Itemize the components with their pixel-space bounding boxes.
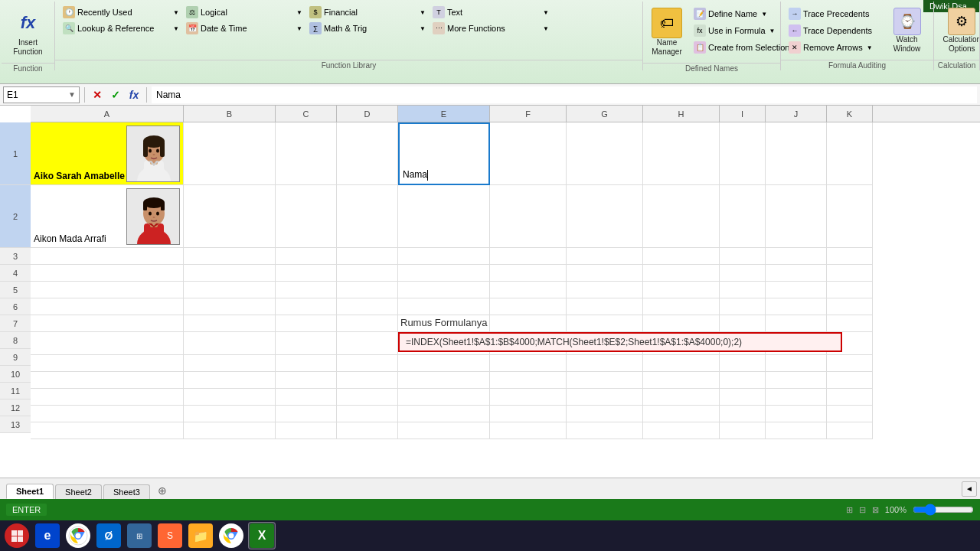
row-num-13[interactable]: 13 bbox=[0, 416, 31, 433]
cell-e1[interactable]: Nama bbox=[398, 122, 490, 185]
formula-input[interactable] bbox=[152, 86, 977, 103]
cell-c1[interactable] bbox=[276, 122, 337, 185]
cell-a6[interactable] bbox=[31, 298, 184, 315]
outlook-taskbar-button[interactable]: Ø bbox=[95, 522, 122, 549]
cell-j5[interactable] bbox=[766, 282, 827, 298]
cell-b5[interactable] bbox=[184, 282, 276, 298]
cell-f1[interactable] bbox=[490, 122, 567, 185]
col-header-i[interactable]: I bbox=[720, 106, 766, 122]
cell-d12[interactable] bbox=[337, 406, 398, 422]
zoom-slider[interactable] bbox=[913, 504, 974, 516]
cell-c8[interactable] bbox=[276, 332, 337, 355]
watch-window-button[interactable]: ⌚ Watch Window bbox=[888, 5, 926, 57]
cell-c13[interactable] bbox=[276, 422, 337, 439]
cell-f11[interactable] bbox=[490, 389, 567, 406]
cell-e9[interactable] bbox=[398, 355, 490, 372]
col-header-b[interactable]: B bbox=[184, 106, 276, 122]
chrome2-taskbar-button[interactable] bbox=[217, 522, 245, 549]
cell-e2[interactable] bbox=[398, 185, 490, 248]
chrome-taskbar-button[interactable] bbox=[64, 522, 92, 549]
cell-i10[interactable] bbox=[720, 372, 766, 389]
cell-k2[interactable] bbox=[827, 185, 873, 248]
cell-d6[interactable] bbox=[337, 298, 398, 315]
cell-g2[interactable] bbox=[567, 185, 643, 248]
col-header-j[interactable]: J bbox=[766, 106, 827, 122]
row-num-4[interactable]: 4 bbox=[0, 265, 31, 282]
cell-c12[interactable] bbox=[276, 406, 337, 422]
cell-e5[interactable] bbox=[398, 282, 490, 298]
sheet-tab-sheet1[interactable]: Sheet1 bbox=[6, 484, 54, 499]
cell-i7[interactable] bbox=[720, 315, 766, 332]
cell-e12[interactable] bbox=[398, 406, 490, 422]
cell-e3[interactable] bbox=[398, 248, 490, 265]
cell-d11[interactable] bbox=[337, 389, 398, 406]
row-num-12[interactable]: 12 bbox=[0, 399, 31, 416]
cell-c4[interactable] bbox=[276, 265, 337, 282]
cell-g13[interactable] bbox=[567, 422, 643, 439]
cell-b3[interactable] bbox=[184, 248, 276, 265]
col-header-g[interactable]: G bbox=[567, 106, 643, 122]
name-manager-button[interactable]: 🏷 Name Manager bbox=[648, 5, 686, 60]
col-header-h[interactable]: H bbox=[643, 106, 720, 122]
row-num-5[interactable]: 5 bbox=[0, 282, 31, 298]
col-header-f[interactable]: F bbox=[490, 106, 567, 122]
cell-i12[interactable] bbox=[720, 406, 766, 422]
cell-i1[interactable] bbox=[720, 122, 766, 185]
cell-a11[interactable] bbox=[31, 389, 184, 406]
cell-j10[interactable] bbox=[766, 372, 827, 389]
view-layout-icon[interactable]: ⊟ bbox=[859, 505, 866, 515]
row-num-7[interactable]: 7 bbox=[0, 315, 31, 332]
cell-c10[interactable] bbox=[276, 372, 337, 389]
row-num-1[interactable]: 1 bbox=[0, 122, 31, 185]
col-header-k[interactable]: K bbox=[827, 106, 873, 122]
slideshare-taskbar-button[interactable]: S bbox=[156, 522, 184, 549]
sheet-tab-sheet2[interactable]: Sheet2 bbox=[55, 484, 102, 499]
cell-b11[interactable] bbox=[184, 389, 276, 406]
tab-nav-left-arrow[interactable]: ◄ bbox=[962, 481, 977, 497]
cell-h5[interactable] bbox=[643, 282, 720, 298]
math-trig-button[interactable]: ∑ Math & Trig ▼ bbox=[306, 21, 429, 36]
cancel-button[interactable]: ✕ bbox=[90, 87, 105, 103]
insert-function-button[interactable]: fx Insert Function bbox=[8, 5, 48, 60]
cell-h10[interactable] bbox=[643, 372, 720, 389]
cell-f6[interactable] bbox=[490, 298, 567, 315]
cell-h6[interactable] bbox=[643, 298, 720, 315]
cell-i4[interactable] bbox=[720, 265, 766, 282]
cell-b4[interactable] bbox=[184, 265, 276, 282]
cell-a13[interactable] bbox=[31, 422, 184, 439]
cell-f3[interactable] bbox=[490, 248, 567, 265]
cell-d2[interactable] bbox=[337, 185, 398, 248]
cell-c11[interactable] bbox=[276, 389, 337, 406]
cell-j9[interactable] bbox=[766, 355, 827, 372]
cell-d10[interactable] bbox=[337, 372, 398, 389]
cell-b1[interactable] bbox=[184, 122, 276, 185]
text-button[interactable]: T Text ▼ bbox=[430, 5, 552, 20]
cell-b13[interactable] bbox=[184, 422, 276, 439]
cell-k11[interactable] bbox=[827, 389, 873, 406]
cell-h13[interactable] bbox=[643, 422, 720, 439]
row-num-2[interactable]: 2 bbox=[0, 185, 31, 248]
col-header-d[interactable]: D bbox=[337, 106, 398, 122]
cell-j1[interactable] bbox=[766, 122, 827, 185]
cell-d13[interactable] bbox=[337, 422, 398, 439]
cell-f13[interactable] bbox=[490, 422, 567, 439]
cell-g6[interactable] bbox=[567, 298, 643, 315]
cell-e6[interactable] bbox=[398, 298, 490, 315]
col-header-a[interactable]: A bbox=[31, 106, 184, 122]
cell-j7[interactable] bbox=[766, 315, 827, 332]
cell-f12[interactable] bbox=[490, 406, 567, 422]
trace-dependents-button[interactable]: ← Trace Dependents bbox=[786, 23, 876, 38]
sheet-tab-sheet3[interactable]: Sheet3 bbox=[103, 484, 150, 499]
cell-h11[interactable] bbox=[643, 389, 720, 406]
cell-c9[interactable] bbox=[276, 355, 337, 372]
cell-a1[interactable]: Aiko Sarah Amabelle Jusuf bbox=[31, 122, 184, 185]
cell-c2[interactable] bbox=[276, 185, 337, 248]
cell-e4[interactable] bbox=[398, 265, 490, 282]
cell-h12[interactable] bbox=[643, 406, 720, 422]
cell-e11[interactable] bbox=[398, 389, 490, 406]
date-time-button[interactable]: 📅 Date & Time ▼ bbox=[183, 21, 305, 36]
col-header-c[interactable]: C bbox=[276, 106, 337, 122]
row-num-8[interactable]: 8 bbox=[0, 332, 31, 349]
cell-h1[interactable] bbox=[643, 122, 720, 185]
cell-b7[interactable] bbox=[184, 315, 276, 332]
